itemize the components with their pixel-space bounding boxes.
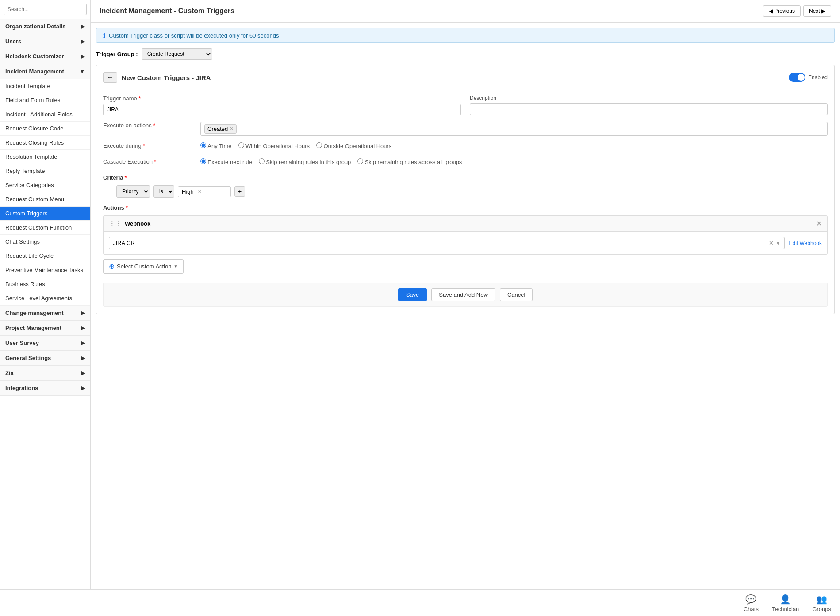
sidebar-item-label: Integrations [5, 385, 38, 391]
within-op-hours-radio[interactable] [238, 142, 244, 148]
sidebar-item-change-management[interactable]: Change management ▶ [0, 306, 90, 321]
sidebar-item-field-form-rules[interactable]: Field and Form Rules [0, 93, 90, 107]
webhook-select[interactable]: JIRA CR ✕ ▼ [109, 237, 785, 249]
trigger-card: ← New Custom Triggers - JIRA Enabled Tri… [96, 65, 835, 314]
sidebar-item-user-survey[interactable]: User Survey ▶ [0, 336, 90, 351]
sidebar-item-label: Resolution Template [5, 153, 58, 160]
sidebar-item-custom-triggers[interactable]: Custom Triggers [0, 207, 90, 221]
sidebar-item-service-categories[interactable]: Service Categories [0, 178, 90, 192]
sidebar-item-label: Incident - Additional Fields [5, 111, 73, 118]
next-button[interactable]: Next ▶ [803, 5, 831, 17]
skip-remaining-all-radio[interactable] [357, 158, 363, 164]
sidebar-item-label: Field and Form Rules [5, 97, 60, 103]
outside-op-hours-option[interactable]: Outside Operational Hours [316, 142, 391, 149]
created-tag: Created ✕ [204, 124, 237, 134]
back-button[interactable]: ← [103, 72, 117, 83]
within-op-hours-option[interactable]: Within Operational Hours [238, 142, 310, 149]
criteria-value-input[interactable]: High ✕ [178, 186, 231, 197]
webhook-dropdown-icon[interactable]: ▼ [776, 241, 781, 246]
criteria-title: Criteria * [103, 174, 828, 181]
trigger-name-input[interactable] [103, 104, 461, 115]
drag-handle-icon[interactable]: ⋮⋮ [109, 220, 121, 227]
enabled-toggle[interactable] [789, 73, 805, 82]
sidebar-item-request-custom-function[interactable]: Request Custom Function [0, 221, 90, 235]
execute-on-tags-input[interactable]: Created ✕ [200, 122, 828, 136]
sidebar-item-label: User Survey [5, 340, 39, 346]
sidebar-item-zia[interactable]: Zia ▶ [0, 366, 90, 381]
skip-remaining-group-radio[interactable] [259, 158, 265, 164]
header-navigation: ◀ Previous Next ▶ [763, 5, 831, 17]
trigger-group-select[interactable]: Create RequestUpdate RequestDelete Reque… [142, 48, 212, 60]
save-add-new-button[interactable]: Save and Add New [431, 288, 495, 301]
select-custom-action-button[interactable]: ⊕ Select Custom Action ▼ [103, 259, 184, 274]
webhook-close-button[interactable]: ✕ [816, 219, 822, 228]
criteria-field-select[interactable]: Priority [116, 185, 150, 198]
cascade-label-group: Cascade Execution * [103, 158, 192, 168]
sidebar-item-project-management[interactable]: Project Management ▶ [0, 321, 90, 336]
info-banner: ℹ Custom Trigger class or script will be… [96, 28, 835, 43]
sidebar-item-integrations[interactable]: Integrations ▶ [0, 381, 90, 396]
trigger-name-label: Trigger name * [103, 95, 461, 102]
sidebar-item-organizational-details[interactable]: Organizational Details ▶ [0, 19, 90, 34]
execute-during-options-group: Any Time Within Operational Hours Outsid… [200, 142, 828, 152]
webhook-clear-icon[interactable]: ✕ [769, 240, 774, 246]
search-input[interactable] [4, 4, 87, 15]
chevron-right-icon: ▶ [81, 310, 85, 316]
criteria-add-button[interactable]: + [234, 186, 245, 197]
execute-next-rule-option[interactable]: Execute next rule [200, 158, 252, 165]
bottom-nav-technician[interactable]: 👤 Technician [772, 594, 799, 612]
trigger-group-label: Trigger Group : [96, 51, 138, 57]
sidebar-item-general-settings[interactable]: General Settings ▶ [0, 351, 90, 366]
sidebar-item-incident-additional-fields[interactable]: Incident - Additional Fields [0, 107, 90, 122]
execute-next-rule-radio[interactable] [200, 158, 206, 164]
execute-during-label: Execute during * [103, 142, 192, 149]
groups-icon: 👥 [816, 594, 827, 605]
any-time-radio[interactable] [200, 142, 206, 148]
sidebar: Organizational Details ▶ Users ▶ Helpdes… [0, 0, 91, 589]
previous-button[interactable]: ◀ Previous [763, 5, 801, 17]
sidebar-item-label: Request Custom Function [5, 224, 72, 231]
cancel-button[interactable]: Cancel [500, 288, 533, 301]
sidebar-item-label: Organizational Details [5, 23, 66, 30]
actions-required: * [126, 204, 128, 211]
skip-remaining-all-option[interactable]: Skip remaining rules across all groups [357, 158, 462, 165]
execute-on-row: Execute on actions * Created ✕ [103, 122, 828, 136]
sidebar-item-business-rules[interactable]: Business Rules [0, 277, 90, 291]
content-header: Incident Management - Custom Triggers ◀ … [91, 0, 840, 23]
tag-close-icon[interactable]: ✕ [230, 126, 234, 132]
sidebar-item-reply-template[interactable]: Reply Template [0, 164, 90, 178]
edit-webhook-link[interactable]: Edit Webhook [789, 240, 822, 246]
sidebar-item-label: Preventive Maintenance Tasks [5, 267, 83, 273]
actions-title: Actions * [103, 204, 828, 211]
toggle-label: Enabled [808, 74, 828, 80]
sidebar-item-incident-template[interactable]: Incident Template [0, 79, 90, 93]
description-input[interactable] [470, 103, 828, 115]
chevron-right-icon: ▶ [81, 53, 85, 60]
outside-op-hours-radio[interactable] [316, 142, 322, 148]
criteria-value-close[interactable]: ✕ [198, 189, 202, 195]
criteria-section: Criteria * Priority is High ✕ + [103, 174, 828, 198]
skip-remaining-group-option[interactable]: Skip remaining rules in this group [259, 158, 351, 165]
bottom-nav-chats[interactable]: 💬 Chats [744, 594, 759, 612]
sidebar-item-incident-management[interactable]: Incident Management ▼ [0, 64, 90, 79]
sidebar-item-helpdesk-customizer[interactable]: Helpdesk Customizer ▶ [0, 49, 90, 64]
sidebar-item-users[interactable]: Users ▶ [0, 34, 90, 49]
sidebar-item-request-life-cycle[interactable]: Request Life Cycle [0, 249, 90, 263]
sidebar-item-request-closing-rules[interactable]: Request Closing Rules [0, 136, 90, 150]
chevron-right-icon: ▶ [81, 385, 85, 391]
criteria-operator-select[interactable]: is [153, 185, 174, 198]
sidebar-item-resolution-template[interactable]: Resolution Template [0, 150, 90, 164]
trigger-group-row: Trigger Group : Create RequestUpdate Req… [96, 48, 835, 60]
cascade-radio-group: Execute next rule Skip remaining rules i… [200, 158, 828, 168]
execute-on-label: Execute on actions * [103, 122, 192, 129]
bottom-nav-groups[interactable]: 👥 Groups [812, 594, 831, 612]
any-time-option[interactable]: Any Time [200, 142, 232, 149]
sidebar-item-service-level-agreements[interactable]: Service Level Agreements [0, 291, 90, 306]
sidebar-item-chat-settings[interactable]: Chat Settings [0, 235, 90, 249]
save-button[interactable]: Save [398, 288, 427, 301]
sidebar-item-request-closure-code[interactable]: Request Closure Code [0, 122, 90, 136]
sidebar-item-request-custom-menu[interactable]: Request Custom Menu [0, 192, 90, 207]
webhook-body: JIRA CR ✕ ▼ Edit Webhook [104, 232, 827, 254]
sidebar-item-label: Chat Settings [5, 238, 40, 245]
sidebar-item-preventive-maintenance[interactable]: Preventive Maintenance Tasks [0, 263, 90, 277]
